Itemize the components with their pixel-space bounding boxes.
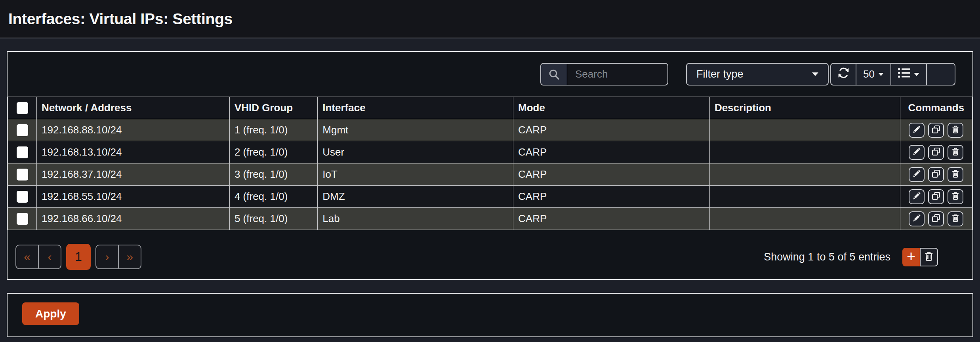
delete-button[interactable] [948, 167, 963, 182]
add-button[interactable]: + [902, 248, 920, 266]
select-all-cell [8, 97, 37, 119]
cell-vhid: 3 (freq. 1/0) [229, 163, 317, 186]
clone-button[interactable] [928, 123, 944, 138]
cell-mode: CARP [513, 163, 710, 186]
cell-vhid: 5 (freq. 1/0) [229, 208, 317, 230]
delete-button[interactable] [948, 189, 963, 204]
clone-icon [932, 214, 940, 224]
cell-mode: CARP [513, 186, 710, 208]
edit-button[interactable] [909, 211, 925, 226]
plus-icon: + [907, 249, 915, 264]
blank-segment [926, 63, 955, 86]
apply-button[interactable]: Apply [22, 302, 79, 325]
column-header-mode[interactable]: Mode [513, 97, 710, 119]
table-row: 192.168.37.10/24 3 (freq. 1/0) IoT CARP [8, 163, 972, 186]
clone-icon [932, 192, 940, 201]
pencil-icon [912, 214, 921, 224]
column-header-network[interactable]: Network / Address [37, 97, 230, 119]
column-header-vhid[interactable]: VHID Group [229, 97, 317, 119]
clone-icon [932, 147, 940, 157]
clone-button[interactable] [928, 145, 944, 160]
chevron-down-icon [914, 73, 919, 76]
cell-vhid: 2 (freq. 1/0) [229, 141, 317, 163]
delete-button[interactable] [948, 145, 963, 160]
virtual-ips-table: Network / Address VHID Group Interface M… [8, 97, 972, 230]
cell-network: 192.168.37.10/24 [37, 163, 230, 186]
row-checkbox[interactable] [17, 191, 28, 203]
pagination-back-group: « ‹ [15, 245, 61, 269]
edit-button[interactable] [909, 189, 925, 204]
page-title: Interfaces: Virtual IPs: Settings [8, 10, 233, 28]
cell-interface: DMZ [318, 186, 513, 208]
pencil-icon [912, 192, 921, 201]
delete-button[interactable] [948, 123, 963, 138]
trash-icon [951, 147, 960, 157]
edit-button[interactable] [909, 145, 925, 160]
row-checkbox[interactable] [17, 146, 28, 158]
edit-button[interactable] [909, 167, 925, 182]
trash-icon [951, 192, 960, 201]
list-icon [898, 68, 910, 81]
apply-panel: Apply [7, 293, 973, 337]
delete-selected-button[interactable] [920, 248, 938, 266]
clone-button[interactable] [928, 167, 944, 182]
cell-network: 192.168.66.10/24 [37, 208, 230, 230]
page-size-value: 50 [863, 68, 875, 80]
search-icon [541, 64, 567, 85]
chevron-down-icon [812, 72, 818, 76]
table-row: 192.168.66.10/24 5 (freq. 1/0) Lab CARP [8, 208, 972, 230]
column-header-commands: Commands [900, 97, 972, 119]
table-row: 192.168.13.10/24 2 (freq. 1/0) User CARP [8, 141, 972, 163]
table-header-row: Network / Address VHID Group Interface M… [8, 97, 972, 119]
refresh-button[interactable] [830, 63, 856, 86]
column-chooser-select[interactable] [890, 63, 927, 86]
select-all-checkbox[interactable] [17, 102, 28, 114]
cell-network: 192.168.55.10/24 [37, 186, 230, 208]
column-header-interface[interactable]: Interface [318, 97, 513, 119]
page-1-button[interactable]: 1 [66, 244, 91, 270]
pagination: « ‹ 1 › » [15, 244, 141, 270]
trash-icon [951, 214, 960, 224]
cell-interface: Mgmt [318, 119, 513, 141]
cell-description [709, 141, 900, 163]
first-page-button[interactable]: « [15, 245, 39, 269]
row-checkbox[interactable] [17, 169, 28, 180]
last-page-button[interactable]: » [118, 245, 141, 269]
showing-entries-text: Showing 1 to 5 of 5 entries [764, 251, 890, 263]
pencil-icon [912, 125, 921, 135]
edit-button[interactable] [909, 123, 925, 138]
table-row: 192.168.55.10/24 4 (freq. 1/0) DMZ CARP [8, 186, 972, 208]
cell-network: 192.168.13.10/24 [37, 141, 230, 163]
clone-button[interactable] [928, 189, 944, 204]
page-content: Filter type [0, 38, 980, 337]
footer-actions: Showing 1 to 5 of 5 entries + [764, 248, 938, 266]
page-size-select[interactable]: 50 [856, 63, 891, 86]
clone-icon [932, 125, 940, 135]
delete-button[interactable] [948, 211, 963, 226]
pencil-icon [912, 147, 921, 157]
cell-vhid: 4 (freq. 1/0) [229, 186, 317, 208]
virtual-ips-panel: Filter type [7, 51, 973, 280]
refresh-icon [837, 67, 850, 82]
row-checkbox[interactable] [17, 124, 28, 136]
clone-icon [932, 169, 940, 179]
column-header-description[interactable]: Description [709, 97, 900, 119]
prev-page-button[interactable]: ‹ [38, 245, 61, 269]
grid-footer: « ‹ 1 › » Showing 1 to 5 of 5 entries + [8, 244, 972, 270]
search-input[interactable] [567, 64, 667, 85]
next-page-button[interactable]: › [95, 245, 119, 269]
filter-type-select[interactable]: Filter type [686, 63, 829, 86]
cell-description [709, 186, 900, 208]
pagination-forward-group: › » [95, 245, 141, 269]
cell-vhid: 1 (freq. 1/0) [229, 119, 317, 141]
cell-description [709, 163, 900, 186]
cell-mode: CARP [513, 119, 710, 141]
clone-button[interactable] [928, 211, 944, 226]
trash-icon [951, 125, 960, 135]
cell-mode: CARP [513, 208, 710, 230]
pencil-icon [912, 169, 921, 179]
cell-interface: IoT [318, 163, 513, 186]
grid-toolbar: Filter type [8, 52, 972, 97]
row-checkbox[interactable] [17, 213, 28, 225]
topbar: Interfaces: Virtual IPs: Settings [0, 0, 980, 38]
